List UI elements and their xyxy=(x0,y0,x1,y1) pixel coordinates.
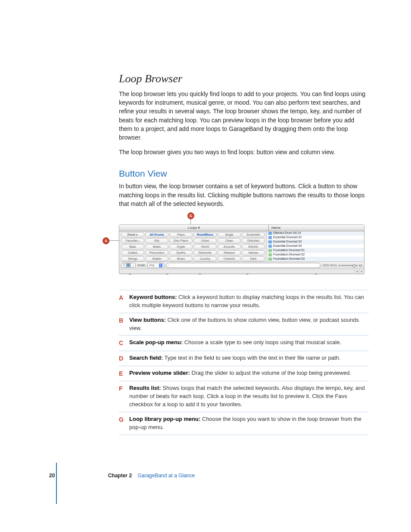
loop-name: Essential Drumset 02 xyxy=(273,240,302,244)
item-count: 1065 items xyxy=(322,263,337,268)
page-footer: 20 Chapter 2 GarageBand at a Glance xyxy=(49,472,195,479)
legend-row: DSearch field: Type text in the field to… xyxy=(119,351,369,366)
loop-name: Essential Drumset 03 xyxy=(273,244,302,248)
callout-a: A xyxy=(103,237,109,244)
keyword-button[interactable]: Beats xyxy=(145,244,168,249)
keyword-button[interactable]: Bass xyxy=(121,244,144,249)
loop-type-icon xyxy=(268,232,272,235)
scale-popup[interactable]: Any⇅ xyxy=(147,263,164,268)
legend-letter: E xyxy=(119,369,129,378)
loop-type-icon xyxy=(268,253,272,256)
loop-type-icon xyxy=(268,240,272,243)
legend-letter: G xyxy=(119,415,129,432)
keyword-button[interactable]: Intense xyxy=(242,250,265,255)
keyword-button[interactable]: Acoustic xyxy=(218,244,241,249)
loop-type-icon xyxy=(268,258,272,261)
loop-name: Effected Drum Kit 14 xyxy=(273,231,301,235)
scale-label: Scale: xyxy=(137,263,146,268)
scroll-right-icon[interactable]: ▸ xyxy=(359,269,364,274)
loops-popup[interactable]: Loops ▾ xyxy=(119,225,269,231)
loop-type-icon xyxy=(268,249,272,252)
keyword-button[interactable]: Ensemble xyxy=(242,232,265,237)
chapter-title: GarageBand at a Glance xyxy=(137,473,195,479)
speaker-low-icon: ◂ xyxy=(339,263,340,268)
loop-type-icon xyxy=(268,236,272,239)
legend-text: Results list: Shows loops that match the… xyxy=(129,384,369,409)
column-view-icon[interactable]: ☰ xyxy=(121,263,126,267)
legend-letter: C xyxy=(119,339,129,347)
loop-browser-figure: G A B C D E F Loops ▾ Name xyxy=(119,214,369,279)
popup-arrows-icon: ⇅ xyxy=(159,264,162,267)
legend-row: CScale pop-up menu: Choose a scale type … xyxy=(119,335,369,350)
keyword-button[interactable]: Organ xyxy=(169,244,193,249)
legend-letter: F xyxy=(119,384,129,409)
results-row[interactable]: Foundation Drumset 03 xyxy=(267,257,364,261)
callout-legend: AKeyword buttons: Click a keyword button… xyxy=(119,290,369,435)
keyword-button[interactable]: Synths xyxy=(169,250,193,255)
page-number: 20 xyxy=(49,473,55,479)
keyword-button[interactable]: Distorted xyxy=(242,238,265,243)
intro-paragraph-1: The loop browser lets you quickly find l… xyxy=(119,90,369,142)
scroll-left-icon[interactable]: ◂ xyxy=(355,269,359,274)
subsection-heading: Button View xyxy=(119,167,369,180)
page-edge-rule xyxy=(56,463,57,504)
speaker-high-icon: ◂)) xyxy=(358,263,362,268)
button-view-icon[interactable]: ▦ xyxy=(126,263,131,267)
subsection-paragraph: In button view, the loop browser contain… xyxy=(119,182,369,208)
loop-name: Essential Drumset 01 xyxy=(273,235,302,240)
podcast-view-icon[interactable]: ♪ xyxy=(131,263,135,267)
keyword-button[interactable]: Electric xyxy=(242,244,265,249)
keyword-button[interactable]: Piano xyxy=(169,232,193,237)
keyword-button[interactable]: Percussion xyxy=(145,250,168,255)
legend-text: Scale pop-up menu: Choose a scale type t… xyxy=(129,339,369,347)
legend-letter: B xyxy=(119,316,129,333)
legend-letter: D xyxy=(119,354,129,363)
keyword-button[interactable]: Country xyxy=(193,256,217,261)
legend-text: Search field: Type text in the field to … xyxy=(129,354,369,363)
keyword-button[interactable]: Elec Piano xyxy=(169,238,193,243)
keyword-button[interactable]: Single xyxy=(218,232,241,237)
results-list[interactable]: Effected Drum Kit 14Essential Drumset 01… xyxy=(267,231,364,261)
section-heading: Loop Browser xyxy=(119,71,369,87)
search-icon: ⌕ xyxy=(168,263,169,268)
loop-name: Foundation Drumset 03 xyxy=(273,257,305,261)
keyword-button[interactable]: Clean xyxy=(218,238,241,243)
keyword-button[interactable]: Brass xyxy=(169,256,193,261)
keyword-button[interactable]: Kits xyxy=(145,238,168,243)
search-field[interactable]: ⌕ xyxy=(166,263,321,268)
keyword-button[interactable]: World xyxy=(193,244,217,249)
keyword-button[interactable]: Guitars xyxy=(121,250,144,255)
keyword-button[interactable]: All Drums xyxy=(145,232,168,237)
keyword-button[interactable]: Electronic xyxy=(193,250,217,255)
keyword-button[interactable]: Cheerful xyxy=(218,256,241,261)
results-header-name[interactable]: Name xyxy=(269,225,364,231)
legend-letter: A xyxy=(119,293,129,310)
legend-text: View buttons: Click one of the buttons t… xyxy=(129,316,369,333)
loop-type-icon xyxy=(268,245,272,248)
keyword-button[interactable]: Shaker xyxy=(145,256,168,261)
legend-row: GLoop library pop-up menu: Choose the lo… xyxy=(119,412,369,435)
keyword-button[interactable]: Relaxed xyxy=(218,250,241,255)
legend-row: BView buttons: Click one of the buttons … xyxy=(119,313,369,336)
keyword-button[interactable]: Favorites ♪ xyxy=(121,238,144,243)
chapter-number: Chapter 2 xyxy=(108,473,132,479)
keyword-button[interactable]: Strings xyxy=(121,256,144,261)
intro-paragraph-2: The loop browser gives you two ways to f… xyxy=(119,148,369,156)
legend-row: AKeyword buttons: Click a keyword button… xyxy=(119,290,369,313)
keyword-button[interactable]: Dark xyxy=(242,256,265,261)
chevron-down-icon: ▾ xyxy=(198,226,200,230)
keyword-button[interactable]: Urban xyxy=(193,238,217,243)
legend-text: Loop library pop-up menu: Choose the loo… xyxy=(129,415,369,432)
keyword-button[interactable]: Reset ⊘ xyxy=(121,232,144,237)
legend-row: FResults list: Shows loops that match th… xyxy=(119,381,369,412)
view-buttons[interactable]: ☰ ▦ ♪ xyxy=(121,263,136,268)
legend-text: Preview volume slider: Drag the slider t… xyxy=(129,369,369,378)
legend-text: Keyword buttons: Click a keyword button … xyxy=(129,293,369,310)
loop-name: Foundation Drumset 02 xyxy=(273,252,305,257)
loop-name: Foundation Drumset 01 xyxy=(273,248,305,252)
callout-g: G xyxy=(187,212,194,219)
keyword-button[interactable]: Rock/Blues xyxy=(193,232,217,237)
preview-volume-slider[interactable]: ◂ ◂)) xyxy=(339,263,362,268)
legend-row: EPreview volume slider: Drag the slider … xyxy=(119,366,369,381)
